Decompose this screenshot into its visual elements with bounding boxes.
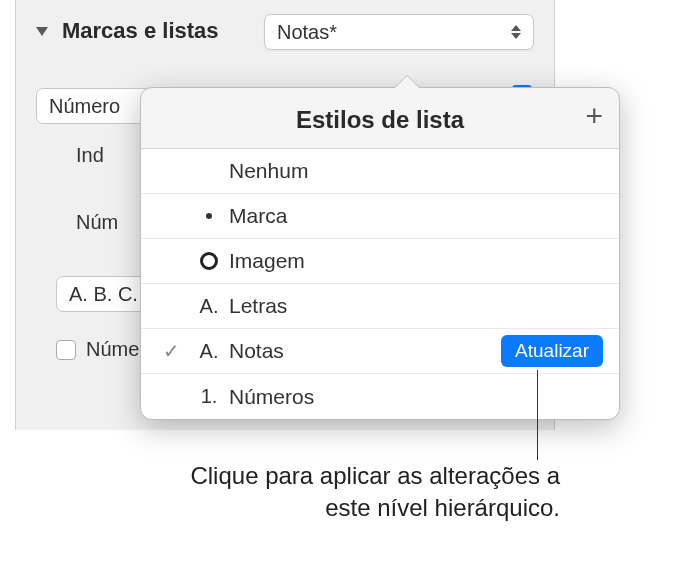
style-item-label: Marca: [229, 204, 603, 228]
text-prefix-icon: 1.: [189, 385, 229, 408]
checkmark-icon: ✓: [153, 339, 189, 363]
style-item[interactable]: Marca: [141, 194, 619, 239]
text-prefix-icon: A.: [189, 295, 229, 318]
number-format-label: Número: [49, 95, 120, 118]
list-style-value: Notas*: [277, 21, 337, 44]
abc-format-label: A. B. C.: [69, 283, 138, 306]
popover-header: Estilos de lista +: [141, 88, 619, 149]
text-prefix-icon: A.: [189, 340, 229, 363]
style-item[interactable]: Imagem: [141, 239, 619, 284]
style-item-label: Imagem: [229, 249, 603, 273]
add-style-button[interactable]: +: [585, 104, 603, 128]
bullet-icon: [189, 213, 229, 219]
tiered-numbers-checkbox[interactable]: [56, 340, 76, 360]
style-item-label: Notas: [229, 339, 501, 363]
callout-text: Clique para aplicar as alterações a este…: [160, 460, 560, 525]
disclosure-triangle-icon[interactable]: [36, 27, 48, 36]
style-item-label: Nenhum: [229, 159, 603, 183]
callout-leader-line: [537, 370, 538, 460]
indent-label: Ind: [76, 144, 104, 167]
style-item[interactable]: 1.Números: [141, 374, 619, 419]
num-label: Núm: [76, 211, 118, 234]
style-item-label: Letras: [229, 294, 603, 318]
chevron-updown-icon: [511, 25, 521, 39]
section-title: Marcas e listas: [62, 18, 219, 44]
list-styles-popover: Estilos de lista + NenhumMarcaImagemA.Le…: [140, 87, 620, 420]
style-item-label: Números: [229, 385, 603, 409]
image-bullet-icon: [189, 252, 229, 270]
style-item[interactable]: A.Letras: [141, 284, 619, 329]
popover-title: Estilos de lista: [157, 106, 603, 134]
tiered-numbers-label: Núme: [86, 338, 139, 361]
style-item[interactable]: Nenhum: [141, 149, 619, 194]
update-style-button[interactable]: Atualizar: [501, 335, 603, 367]
style-item[interactable]: ✓A.NotasAtualizar: [141, 329, 619, 374]
list-style-select[interactable]: Notas*: [264, 14, 534, 50]
style-list: NenhumMarcaImagemA.Letras✓A.NotasAtualiz…: [141, 149, 619, 419]
